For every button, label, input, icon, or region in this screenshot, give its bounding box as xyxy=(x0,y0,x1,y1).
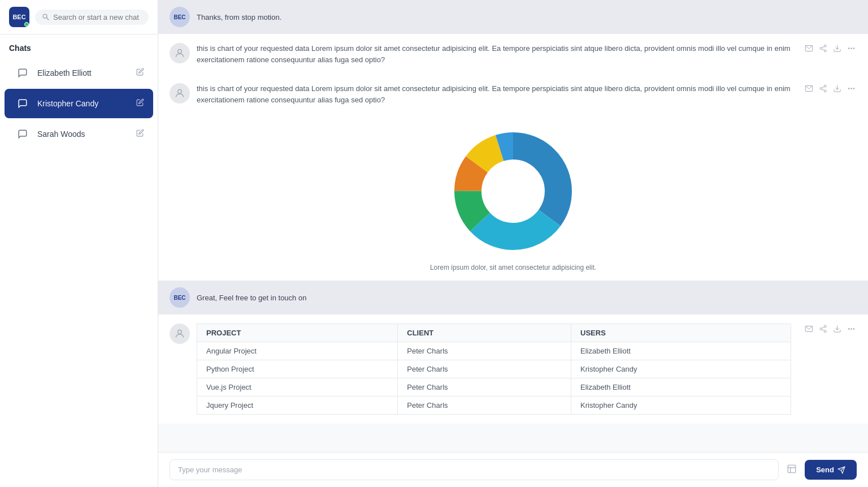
user-message-text-2: this is chart of your requested data Lor… xyxy=(197,83,797,105)
share-action-btn-table[interactable] xyxy=(818,324,828,334)
attach-button[interactable] xyxy=(784,462,799,478)
chat-icon-sarah xyxy=(14,125,32,143)
svg-point-14 xyxy=(820,88,822,90)
svg-point-0 xyxy=(178,49,182,53)
send-button[interactable]: Send xyxy=(805,460,857,480)
chart-container: Lorem ipsum dolor, sit amet consectetur … xyxy=(170,112,857,281)
svg-point-11 xyxy=(178,89,182,93)
svg-line-5 xyxy=(822,49,824,50)
mail-action-btn-2[interactable] xyxy=(804,83,814,94)
edit-icon-kristopher[interactable] xyxy=(136,98,144,109)
chat-list: Elizabeth Elliott Kristopher Candy xyxy=(0,57,158,487)
table-row: Python ProjectPeter CharlsKristopher Can… xyxy=(197,360,791,378)
svg-point-33 xyxy=(824,330,826,333)
user-message-content-1: this is chart of your requested data Lor… xyxy=(197,43,797,65)
chat-input-area: Send xyxy=(158,452,868,487)
svg-point-32 xyxy=(820,328,822,330)
user-avatar-1 xyxy=(170,43,190,63)
bot-message-text-2: Great, Feel free to get in touch on xyxy=(197,294,306,302)
chat-main: BEC Thanks, from stop motion. this is ch… xyxy=(158,0,868,487)
svg-point-39 xyxy=(853,328,855,330)
svg-point-13 xyxy=(824,85,826,87)
logo-badge: BEC xyxy=(9,7,29,27)
chat-name-sarah: Sarah Woods xyxy=(37,130,131,139)
chats-section-label: Chats xyxy=(0,35,158,57)
svg-line-17 xyxy=(822,87,824,88)
search-input[interactable] xyxy=(53,13,142,21)
user-message-1: this is chart of your requested data Lor… xyxy=(158,34,868,74)
download-action-btn-2[interactable] xyxy=(832,83,843,94)
svg-point-38 xyxy=(850,328,852,330)
bot-avatar-2: BEC xyxy=(170,287,190,308)
edit-icon-sarah[interactable] xyxy=(136,129,144,139)
svg-point-31 xyxy=(824,325,826,327)
more-action-btn-2[interactable] xyxy=(846,83,857,94)
svg-point-2 xyxy=(824,45,826,47)
share-action-btn-2[interactable] xyxy=(818,83,828,94)
table-row: Jquery ProjectPeter CharlsKristopher Can… xyxy=(197,397,791,415)
svg-point-15 xyxy=(824,90,826,92)
table-row: Vue.js ProjectPeter CharlsElizabeth Elli… xyxy=(197,378,791,397)
sidebar-item-sarah-woods[interactable]: Sarah Woods xyxy=(5,119,153,149)
svg-point-10 xyxy=(853,48,855,49)
search-bar[interactable] xyxy=(35,10,149,25)
mail-action-btn-table[interactable] xyxy=(804,324,814,334)
svg-point-4 xyxy=(824,50,826,52)
svg-point-9 xyxy=(850,48,852,49)
svg-point-19 xyxy=(848,88,850,89)
svg-point-3 xyxy=(820,48,822,50)
search-icon xyxy=(42,13,50,21)
online-indicator xyxy=(24,22,29,27)
donut-chart xyxy=(445,123,581,259)
svg-point-28 xyxy=(482,160,544,222)
mail-action-btn-1[interactable] xyxy=(804,43,814,54)
svg-line-34 xyxy=(822,329,824,330)
sidebar: BEC Chats Elizabeth Elliott xyxy=(0,0,158,487)
svg-point-20 xyxy=(850,88,852,89)
send-arrow-icon xyxy=(837,466,845,474)
share-action-btn-1[interactable] xyxy=(818,43,828,54)
svg-rect-40 xyxy=(788,465,796,473)
bot-message-2: BEC Great, Feel free to get in touch on xyxy=(158,281,868,314)
message-actions-table xyxy=(804,324,857,334)
data-table: PROJECT CLIENT USERS Angular ProjectPete… xyxy=(197,324,791,415)
svg-point-37 xyxy=(848,328,850,330)
chat-name-elizabeth: Elizabeth Elliott xyxy=(37,68,131,77)
user-message-table: PROJECT CLIENT USERS Angular ProjectPete… xyxy=(158,314,868,424)
sidebar-item-kristopher-candy[interactable]: Kristopher Candy xyxy=(5,89,153,118)
bot-avatar-1: BEC xyxy=(170,7,190,27)
user-message-2: this is chart of your requested data Lor… xyxy=(158,74,868,281)
svg-line-16 xyxy=(822,89,824,90)
table-header-project: PROJECT xyxy=(197,324,398,342)
message-input[interactable] xyxy=(170,459,779,480)
table-header-users: USERS xyxy=(571,324,791,342)
svg-point-21 xyxy=(853,88,855,89)
bot-message-text-1: Thanks, from stop motion. xyxy=(197,13,281,21)
svg-point-8 xyxy=(848,48,850,49)
more-action-btn-1[interactable] xyxy=(846,43,857,54)
sidebar-header: BEC xyxy=(0,0,158,35)
message-actions-2 xyxy=(804,83,857,94)
bot-message-1: BEC Thanks, from stop motion. xyxy=(158,0,868,34)
chat-name-kristopher: Kristopher Candy xyxy=(37,99,131,108)
download-action-btn-table[interactable] xyxy=(832,324,843,334)
chart-caption: Lorem ipsum dolor, sit amet consectetur … xyxy=(430,264,596,271)
download-action-btn-1[interactable] xyxy=(832,43,843,54)
svg-line-35 xyxy=(822,327,824,328)
chat-icon-elizabeth xyxy=(14,64,32,82)
table-row: Angular ProjectPeter CharlsElizabeth Ell… xyxy=(197,342,791,360)
user-avatar-table xyxy=(170,324,190,344)
user-message-text-1: this is chart of your requested data Lor… xyxy=(197,43,797,65)
svg-point-29 xyxy=(178,330,182,334)
chat-icon-kristopher xyxy=(14,94,32,113)
edit-icon-elizabeth[interactable] xyxy=(136,68,144,78)
user-message-content-2: this is chart of your requested data Lor… xyxy=(197,83,797,105)
chat-messages: BEC Thanks, from stop motion. this is ch… xyxy=(158,0,868,452)
sidebar-item-elizabeth-elliott[interactable]: Elizabeth Elliott xyxy=(5,58,153,88)
table-header-client: CLIENT xyxy=(398,324,571,342)
message-actions-1 xyxy=(804,43,857,54)
more-action-btn-table[interactable] xyxy=(846,324,857,334)
svg-line-6 xyxy=(822,46,824,48)
user-avatar-2 xyxy=(170,83,190,104)
